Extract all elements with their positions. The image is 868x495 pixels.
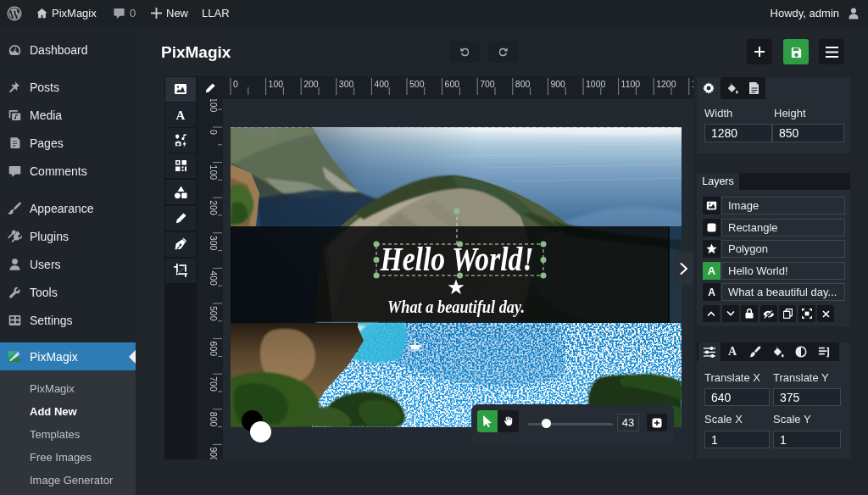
svg-text:700: 700: [209, 376, 219, 392]
svg-text:800: 800: [515, 79, 531, 89]
svg-text:100: 100: [209, 165, 219, 181]
svg-text:500: 500: [409, 79, 425, 89]
svg-text:Hello World!: Hello World!: [380, 239, 534, 278]
svg-text:400: 400: [209, 270, 219, 286]
svg-text:300: 300: [339, 79, 354, 89]
svg-text:1000: 1000: [586, 79, 606, 89]
svg-text:200: 200: [209, 200, 219, 215]
svg-text:200: 200: [303, 79, 319, 89]
svg-text:900: 900: [209, 447, 219, 459]
svg-text:What a beautiful day.: What a beautiful day.: [387, 298, 525, 317]
svg-text:-100: -100: [209, 99, 219, 113]
svg-text:400: 400: [374, 79, 389, 89]
svg-text:A: A: [176, 108, 186, 121]
svg-text:600: 600: [209, 342, 219, 357]
svg-text:500: 500: [209, 306, 219, 321]
svg-text:0: 0: [233, 79, 238, 89]
svg-text:300: 300: [209, 236, 219, 251]
svg-text:1300: 1300: [692, 79, 693, 89]
svg-text:100: 100: [269, 79, 284, 89]
svg-text:1100: 1100: [621, 79, 641, 89]
svg-text:600: 600: [445, 79, 460, 89]
svg-text:800: 800: [209, 412, 219, 427]
svg-text:900: 900: [550, 79, 565, 89]
svg-text:700: 700: [480, 79, 495, 89]
svg-text:0: 0: [209, 130, 219, 135]
svg-text:1200: 1200: [656, 79, 676, 89]
